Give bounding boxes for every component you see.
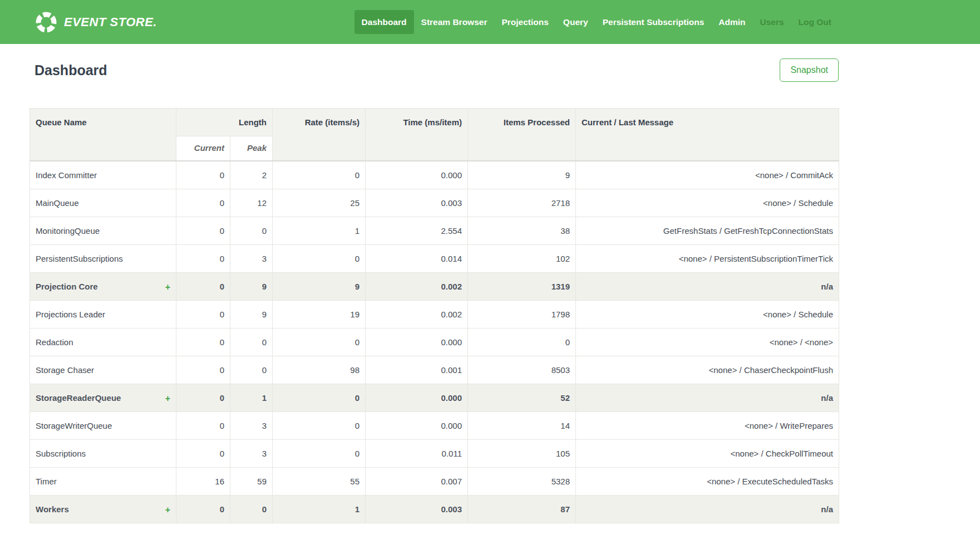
queue-name: StorageReaderQueue xyxy=(36,393,121,403)
expand-group-button[interactable]: + xyxy=(165,392,170,404)
col-header-items-processed: Items Processed xyxy=(468,109,576,161)
table-body: Index Committer0200.0009<none> / CommitA… xyxy=(30,161,839,523)
queue-name-cell: Storage Chaser xyxy=(30,356,176,384)
time-cell: 0.002 xyxy=(366,273,468,301)
current-cell: 16 xyxy=(176,468,230,496)
peak-cell: 0 xyxy=(230,329,273,356)
items-processed-cell: 87 xyxy=(468,496,576,523)
queue-name: Storage Chaser xyxy=(36,365,94,375)
rate-cell: 0 xyxy=(273,384,366,412)
current-cell: 0 xyxy=(176,440,230,468)
time-cell: 2.554 xyxy=(366,217,468,245)
table-row: Redaction0000.0000<none> / <none> xyxy=(30,329,839,356)
rate-cell: 98 xyxy=(273,356,366,384)
time-cell: 0.003 xyxy=(366,496,468,523)
queue-name-cell: StorageWriterQueue xyxy=(30,412,176,440)
rate-cell: 25 xyxy=(273,189,366,217)
queue-name-cell: Redaction xyxy=(30,329,176,356)
page-title: Dashboard xyxy=(35,62,107,79)
nav-item-admin[interactable]: Admin xyxy=(711,10,752,35)
nav-item-projections[interactable]: Projections xyxy=(494,10,555,35)
message-cell: n/a xyxy=(576,273,839,301)
current-cell: 0 xyxy=(176,301,230,329)
rate-cell: 0 xyxy=(273,245,366,273)
table-head: Queue Name Length Rate (items/s) Time (m… xyxy=(30,109,839,161)
queue-name-cell: MonitoringQueue xyxy=(30,217,176,245)
current-cell: 0 xyxy=(176,189,230,217)
table-row: Timer1659550.0075328<none> / ExecuteSche… xyxy=(30,468,839,496)
time-cell: 0.000 xyxy=(366,329,468,356)
expand-group-button[interactable]: + xyxy=(165,281,170,292)
peak-cell: 9 xyxy=(230,301,273,329)
peak-cell: 2 xyxy=(230,161,273,189)
rate-cell: 9 xyxy=(273,273,366,301)
queues-table: Queue Name Length Rate (items/s) Time (m… xyxy=(29,108,839,523)
time-cell: 0.003 xyxy=(366,189,468,217)
queue-name: Redaction xyxy=(36,337,73,347)
queue-name: MonitoringQueue xyxy=(36,226,100,236)
table-row: Workers+0010.00387n/a xyxy=(30,496,839,523)
table-row: PersistentSubscriptions0300.014102<none>… xyxy=(30,245,839,273)
items-processed-cell: 52 xyxy=(468,384,576,412)
queue-name-cell: Timer xyxy=(30,468,176,496)
current-cell: 0 xyxy=(176,161,230,189)
items-processed-cell: 1798 xyxy=(468,301,576,329)
message-cell: <none> / ExecuteScheduledTasks xyxy=(576,468,839,496)
current-cell: 0 xyxy=(176,273,230,301)
time-cell: 0.014 xyxy=(366,245,468,273)
col-header-time: Time (ms/item) xyxy=(366,109,468,161)
col-header-peak: Peak xyxy=(230,136,273,161)
table-row: Index Committer0200.0009<none> / CommitA… xyxy=(30,161,839,189)
time-cell: 0.002 xyxy=(366,301,468,329)
peak-cell: 12 xyxy=(230,189,273,217)
message-cell: <none> / CommitAck xyxy=(576,161,839,189)
queue-name-cell: StorageReaderQueue+ xyxy=(30,384,176,412)
rate-cell: 0 xyxy=(273,440,366,468)
col-header-queue-name: Queue Name xyxy=(30,109,176,161)
items-processed-cell: 38 xyxy=(468,217,576,245)
nav-item-persistent-subscriptions[interactable]: Persistent Subscriptions xyxy=(595,10,712,35)
queue-name-cell: MainQueue xyxy=(30,189,176,217)
items-processed-cell: 14 xyxy=(468,412,576,440)
top-navbar: EVENT STORE. DashboardStream BrowserProj… xyxy=(0,0,980,44)
expand-group-button[interactable]: + xyxy=(165,503,170,515)
table-row: MonitoringQueue0012.55438GetFreshStats /… xyxy=(30,217,839,245)
queue-name: Subscriptions xyxy=(36,449,86,458)
peak-cell: 0 xyxy=(230,356,273,384)
table-row: MainQueue012250.0032718<none> / Schedule xyxy=(30,189,839,217)
table-row: Projection Core+0990.0021319n/a xyxy=(30,273,839,301)
rate-cell: 0 xyxy=(273,412,366,440)
col-header-message: Current / Last Message xyxy=(576,109,839,161)
nav-item-query[interactable]: Query xyxy=(556,10,595,35)
table-row: Subscriptions0300.011105<none> / CheckPo… xyxy=(30,440,839,468)
peak-cell: 59 xyxy=(230,468,273,496)
peak-cell: 3 xyxy=(230,245,273,273)
nav-item-stream-browser[interactable]: Stream Browser xyxy=(414,10,495,35)
queue-name: Workers xyxy=(36,504,69,514)
rate-cell: 1 xyxy=(273,496,366,523)
items-processed-cell: 102 xyxy=(468,245,576,273)
queue-name-cell: Projections Leader xyxy=(30,301,176,329)
queue-name-cell: Workers+ xyxy=(30,496,176,523)
table-row: StorageWriterQueue0300.00014<none> / Wri… xyxy=(30,412,839,440)
queue-name: Index Committer xyxy=(36,170,97,180)
page-content: Dashboard Snapshot Queue Name Length Rat… xyxy=(0,58,980,523)
message-cell: <none> / <none> xyxy=(576,329,839,356)
snapshot-button[interactable]: Snapshot xyxy=(780,58,839,82)
queue-name-cell: Projection Core+ xyxy=(30,273,176,301)
nav-item-users[interactable]: Users xyxy=(753,10,791,35)
col-header-rate: Rate (items/s) xyxy=(273,109,366,161)
brand-logo[interactable]: EVENT STORE. xyxy=(29,11,157,34)
brand-name: EVENT STORE. xyxy=(64,15,157,30)
time-cell: 0.000 xyxy=(366,161,468,189)
current-cell: 0 xyxy=(176,412,230,440)
nav-item-log-out[interactable]: Log Out xyxy=(791,10,839,35)
queue-name-cell: PersistentSubscriptions xyxy=(30,245,176,273)
nav-item-dashboard[interactable]: Dashboard xyxy=(354,10,414,35)
time-cell: 0.000 xyxy=(366,412,468,440)
current-cell: 0 xyxy=(176,217,230,245)
queue-name: Timer xyxy=(36,477,57,486)
time-cell: 0.001 xyxy=(366,356,468,384)
page-header: Dashboard Snapshot xyxy=(29,58,839,82)
items-processed-cell: 105 xyxy=(468,440,576,468)
